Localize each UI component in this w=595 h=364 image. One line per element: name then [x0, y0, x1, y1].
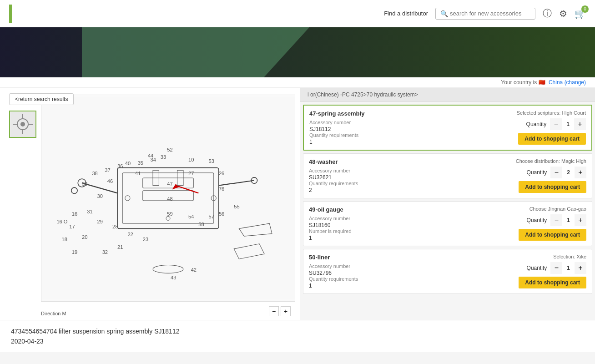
svg-text:41: 41 — [135, 171, 141, 176]
svg-text:47: 47 — [167, 181, 172, 187]
svg-text:37: 37 — [105, 167, 110, 173]
svg-text:52: 52 — [167, 147, 172, 152]
part-actions-49: Choose Jingnan Gao-gao Quantity − 1 + Ad… — [495, 206, 586, 241]
part-item-47: 47-spring assembly Accessory number SJ18… — [303, 105, 592, 151]
part-info-50: 50-liner Accessory number SU32796 Quanti… — [309, 254, 491, 289]
svg-text:20: 20 — [82, 234, 87, 240]
part-info-47: 47-spring assembly Accessory number SJ18… — [309, 110, 490, 145]
back-button[interactable]: <return search results — [9, 93, 74, 105]
qty-minus-49[interactable]: − — [550, 214, 562, 226]
distributor-label-49: Choose Jingnan Gao-gao — [529, 206, 586, 212]
add-cart-btn-48[interactable]: Add to shopping cart — [519, 181, 586, 193]
quantity-text-47: Quantity — [526, 121, 547, 127]
logo-bar — [9, 5, 12, 23]
svg-text:40: 40 — [125, 161, 131, 166]
logo-area — [9, 5, 12, 23]
zoom-in-button[interactable]: + — [281, 306, 291, 316]
part-item-50: 50-liner Accessory number SU32796 Quanti… — [303, 249, 592, 294]
svg-text:76: 76 — [219, 186, 224, 192]
quantity-text-50: Quantity — [527, 265, 547, 271]
part-info-48: 48-washer Accessory number SU32621 Quant… — [309, 158, 491, 193]
svg-text:42: 42 — [191, 267, 197, 273]
quantity-row-49: Quantity − 1 + — [527, 214, 586, 226]
part-name-48: 48-washer — [309, 158, 491, 165]
qty-value-47: 1 — [564, 121, 572, 127]
distributor-label-50: Selection: Xike — [553, 254, 586, 259]
svg-text:53: 53 — [209, 158, 214, 164]
svg-text:29: 29 — [97, 219, 103, 224]
part-qty-req-label-50: Quantity requirements — [309, 276, 491, 282]
svg-text:59: 59 — [167, 211, 172, 217]
part-qty-req-value-48: 2 — [309, 187, 491, 193]
part-actions-50: Selection: Xike Quantity − 1 + Add to sh… — [495, 254, 586, 289]
quantity-text-49: Quantity — [527, 217, 547, 223]
find-distributor-link[interactable]: Find a distributor — [384, 10, 428, 17]
part-accessory-number-47: SJ18112 — [309, 126, 490, 132]
part-actions-48: Choose distribution: Magic High Quantity… — [495, 158, 586, 193]
part-name-49: 49-oil gauge — [309, 206, 491, 213]
part-item-49: 49-oil gauge Accessory number SJ18160 Nu… — [303, 201, 592, 246]
svg-text:56: 56 — [219, 211, 224, 217]
date-line: 2020-04-23 — [11, 338, 584, 345]
qty-plus-49[interactable]: + — [575, 214, 586, 226]
qty-value-49: 1 — [564, 217, 573, 223]
qty-value-50: 1 — [564, 265, 573, 271]
part-accessory-label-47: Accessory number — [309, 120, 490, 125]
zoom-out-button[interactable]: − — [269, 306, 279, 316]
svg-text:26: 26 — [219, 171, 224, 176]
part-qty-req-value-50: 1 — [309, 283, 491, 289]
quantity-text-48: Quantity — [527, 169, 547, 176]
distributor-label-47: Selected scriptures: High Court — [517, 110, 586, 116]
svg-point-2 — [20, 122, 25, 126]
svg-text:57: 57 — [209, 214, 214, 219]
svg-text:33: 33 — [161, 154, 166, 160]
search-icon: 🔍 — [440, 10, 448, 17]
banner — [0, 27, 595, 77]
header: Find a distributor 🔍 ⓘ ⚙ 🛒 0 — [0, 0, 595, 27]
breadcrumb: l or(Chinese) -PC 4725>70 hydraulic syst… — [300, 88, 595, 102]
diagram-area: 52 10 44 40 41 27 53 26 76 47 48 59 54 5… — [41, 95, 295, 302]
country-text: Your country is — [501, 79, 537, 86]
part-info-49: 49-oil gauge Accessory number SJ18160 Nu… — [309, 206, 491, 241]
qty-plus-47[interactable]: + — [574, 118, 586, 130]
part-qty-req-value-47: 1 — [309, 139, 490, 145]
country-name[interactable]: China (change) — [549, 79, 586, 86]
part-name-47: 47-spring assembly — [309, 110, 490, 117]
help-icon[interactable]: ⓘ — [543, 7, 552, 20]
diagram-svg: 52 10 44 40 41 27 53 26 76 47 48 59 54 5… — [41, 95, 295, 301]
qty-minus-50[interactable]: − — [550, 262, 562, 274]
search-input[interactable] — [450, 10, 530, 17]
add-cart-btn-50[interactable]: Add to shopping cart — [519, 277, 586, 288]
svg-text:17: 17 — [69, 224, 75, 229]
banner-decoration — [82, 27, 309, 77]
part-accessory-number-50: SU32796 — [309, 270, 491, 276]
header-right: Find a distributor 🔍 ⓘ ⚙ 🛒 0 — [384, 7, 586, 20]
qty-minus-47[interactable]: − — [550, 118, 562, 130]
svg-text:28: 28 — [112, 224, 118, 229]
svg-text:30: 30 — [97, 194, 103, 199]
quantity-row-50: Quantity − 1 + — [527, 262, 586, 274]
cart-badge: 0 — [581, 5, 589, 13]
cart-icon[interactable]: 🛒 0 — [575, 8, 586, 19]
qty-minus-48[interactable]: − — [550, 167, 562, 178]
part-accessory-label-50: Accessory number — [309, 263, 491, 269]
part-accessory-label-48: Accessory number — [309, 168, 491, 173]
add-cart-btn-49[interactable]: Add to shopping cart — [519, 229, 586, 241]
main-layout: <return search results — [0, 88, 595, 320]
qty-plus-50[interactable]: + — [575, 262, 586, 274]
svg-text:10: 10 — [188, 157, 194, 162]
part-qty-req-label-49: Number is required — [309, 228, 491, 234]
svg-text:16 O: 16 O — [56, 219, 67, 224]
qty-plus-48[interactable]: + — [575, 167, 586, 178]
quantity-row-47: Quantity − 1 + — [526, 118, 586, 130]
bottom-info: 4734554654704 lifter suspension spring a… — [0, 320, 595, 352]
settings-icon[interactable]: ⚙ — [559, 8, 567, 19]
diagram-panel: <return search results — [0, 88, 300, 320]
part-qty-req-label-47: Quantity requirements — [309, 132, 490, 138]
add-cart-btn-47[interactable]: Add to shopping cart — [518, 133, 586, 145]
part-actions-47: Selected scriptures: High Court Quantity… — [495, 110, 586, 145]
quantity-row-48: Quantity − 2 + — [527, 167, 586, 178]
svg-text:43: 43 — [171, 275, 176, 280]
part-item-48: 48-washer Accessory number SU32621 Quant… — [303, 153, 592, 198]
svg-text:38: 38 — [92, 171, 97, 176]
